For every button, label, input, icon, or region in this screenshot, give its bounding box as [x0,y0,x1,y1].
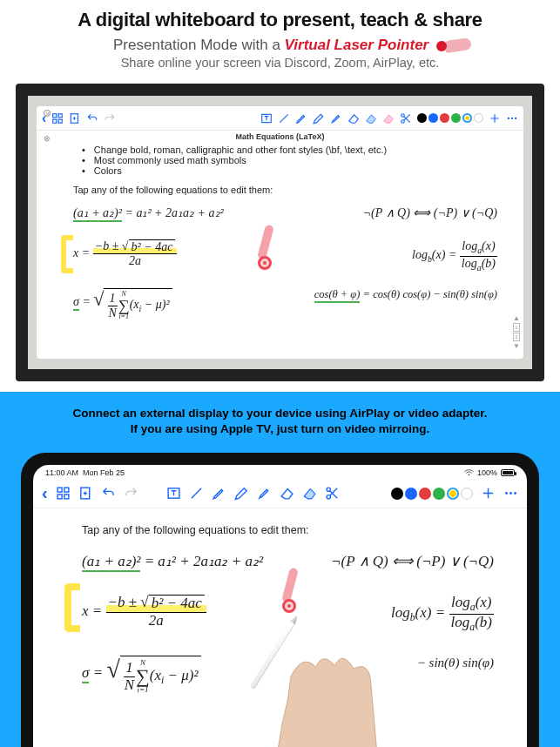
svg-point-12 [401,119,405,123]
svg-rect-3 [58,119,62,123]
equation-3a[interactable]: σ = √1NN∑i=1(xi − μ)² [73,288,172,320]
equation-3a[interactable]: σ = √1NN∑i=1(xi − μ)² [82,656,201,694]
laser-pointer-icon [261,225,270,259]
equation-row-1: (a₁ + a₂)² = a₁² + 2a₁a₂ + a₂² ¬(P ∧ Q) … [73,205,497,220]
eraser2-icon[interactable] [365,112,377,124]
banner-title: A digital whiteboard to present, teach &… [17,9,543,31]
text-tool-icon[interactable] [260,112,273,124]
svg-rect-1 [58,113,62,117]
equation-1b[interactable]: ¬(P ∧ Q) ⟺ (¬P) ∨ (¬Q) [363,205,497,220]
plus-icon[interactable] [481,486,496,501]
eq-text: (a₁ + a₂)² [73,206,122,219]
equation-3b[interactable]: cos(θ + φ) = cos(θ) cos(φ) − sin(θ) sin(… [314,288,497,320]
eraser-icon[interactable] [347,112,360,124]
page-2[interactable]: 2 [513,333,520,341]
apps-icon[interactable] [56,486,71,501]
svg-rect-0 [53,113,57,117]
bullet-2: •Most commonly used math symbols [82,155,497,165]
swatch-yellow[interactable] [462,113,472,123]
swatch-red[interactable] [440,113,449,123]
swatch-green[interactable] [433,488,445,500]
equation-2a[interactable]: x = −b ± √b² − 4ac2a [82,595,206,633]
hand-illustration [260,644,416,747]
laser-dot-icon [436,41,447,51]
svg-point-19 [515,117,516,118]
undo-icon[interactable] [86,112,98,124]
scissors-icon[interactable] [400,112,412,124]
svg-point-39 [509,493,512,495]
plus-icon[interactable] [489,112,501,124]
instruction-line-2: If you are using Apple TV, just turn on … [26,421,534,437]
color-palette [391,488,473,500]
pencil-icon[interactable] [313,112,325,124]
swatch-white[interactable] [461,488,473,500]
svg-rect-23 [57,495,62,499]
more-icon[interactable] [506,112,518,124]
app-toolbar: ‹ [37,106,523,131]
eq-text: − sin(θ) sin(φ) [417,656,494,670]
eq-text: = a₁² + 2a₁a₂ + a₂² [122,206,224,219]
instruction-line-1: Connect an external display to your devi… [26,406,534,421]
equation-1a[interactable]: (a₁ + a₂)² = a₁² + 2a₁a₂ + a₂² [73,205,224,220]
more-icon[interactable] [503,486,518,501]
banner-sub2: Share online your screen via Discord, Zo… [17,56,543,70]
ipad-mockup-wrap: 11:00 AM Mon Feb 25 100% ‹ [0,453,560,747]
bullet-1: •Change bold, roman, calligraphic and ot… [82,145,497,155]
bullet-text: Most commonly used math symbols [94,155,246,165]
sub-pre: Presentation Mode with a [113,37,285,53]
pencil-icon[interactable] [234,486,249,501]
equation-2b[interactable]: logb(x) = loga(x)loga(b) [412,239,497,273]
equation-3b[interactable]: − sin(θ) sin(φ) [417,656,494,694]
document-body: •Change bold, roman, calligraphic and ot… [37,141,523,320]
swatch-white[interactable] [474,113,483,123]
marker-icon[interactable] [257,486,272,501]
page-indicator[interactable]: ▲ 1 2 ▼ [513,314,520,350]
swatch-blue[interactable] [405,488,417,500]
tap-instruction: Tap any of the following equations to ed… [82,524,494,536]
apps-icon[interactable] [51,112,64,124]
laser-pointer-icon [286,568,294,602]
line-tool-icon[interactable] [278,112,290,124]
yellow-bracket-annotation [64,583,80,632]
eraser-icon[interactable] [280,486,294,501]
clock-icon[interactable]: ✕ [44,110,51,117]
svg-point-17 [508,117,509,118]
pen-icon[interactable] [295,112,307,124]
add-page-icon[interactable] [69,112,81,124]
swatch-yellow[interactable] [447,488,459,500]
bullet-3: •Colors [82,165,497,176]
yellow-bracket-annotation [61,235,73,273]
marker-icon[interactable] [330,112,342,124]
bullet-text: Colors [94,165,122,176]
highlighter-icon[interactable] [382,112,395,124]
equation-row-3: σ = √1NN∑i=1(xi − μ)² cos(θ + φ) = cos(θ… [73,288,497,320]
swatch-black[interactable] [391,488,403,500]
eraser2-icon[interactable] [302,486,317,501]
equation-1a[interactable]: (a₁ + a₂)² = a₁² + 2a₁a₂ + a₂² [82,552,263,570]
app-toolbar-ipad: ‹ [33,479,527,508]
status-time: 11:00 AM Mon Feb 25 [45,468,125,477]
swatch-black[interactable] [417,113,427,123]
equation-2b[interactable]: logb(x) = loga(x)loga(b) [391,595,494,633]
swatch-red[interactable] [419,488,431,500]
equation-2a[interactable]: x = −b ± √b² − 4ac2a [73,239,177,273]
back-button[interactable]: ‹ [42,483,48,503]
svg-rect-22 [64,488,69,493]
scissors-icon[interactable] [325,486,340,501]
redo-icon[interactable] [124,486,138,501]
tv-screen: ‹ Math Equa [37,106,523,359]
undo-icon[interactable] [101,486,116,501]
pen-icon[interactable] [212,486,226,501]
page-1[interactable]: 1 [513,323,520,332]
text-tool-icon[interactable] [166,486,181,501]
swatch-blue[interactable] [428,113,438,123]
bullet-text: Change bold, roman, calligraphic and oth… [94,145,387,155]
add-page-icon[interactable] [78,486,93,501]
redo-icon[interactable] [104,112,116,124]
eq-text: = a₁² + 2a₁a₂ + a₂² [140,553,263,569]
equation-1b[interactable]: ¬(P ∧ Q) ⟺ (¬P) ∨ (¬Q) [331,552,494,570]
line-tool-icon[interactable] [189,486,204,501]
color-palette [417,113,483,123]
swatch-green[interactable] [451,113,461,123]
document-body-ipad: Tap any of the following equations to ed… [33,508,527,694]
